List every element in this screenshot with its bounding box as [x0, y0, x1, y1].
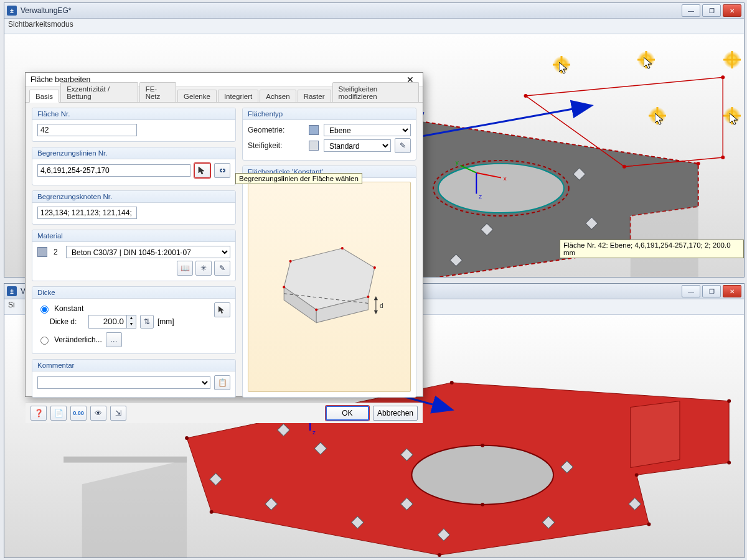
svg-point-49: [438, 553, 441, 557]
thickness-variable-edit-button[interactable]: …: [106, 332, 122, 347]
tab-basis[interactable]: Basis: [29, 90, 59, 103]
minimize-button[interactable]: —: [682, 285, 700, 297]
app-icon: ±: [7, 6, 17, 16]
svg-point-45: [727, 399, 731, 403]
comment-pick-button[interactable]: 📋: [214, 375, 230, 390]
svg-text:z: z: [479, 193, 482, 200]
apply-button[interactable]: ⇲: [110, 406, 126, 421]
restore-button[interactable]: ❐: [702, 4, 721, 17]
thickness-stepper-button[interactable]: ⇅: [140, 315, 154, 329]
notes-button[interactable]: 📄: [50, 406, 67, 421]
boundary-lines-label: Begrenzungslinien Nr.: [32, 147, 235, 159]
boundary-nodes-input[interactable]: [37, 207, 137, 219]
svg-point-44: [450, 381, 454, 385]
svg-point-58: [341, 247, 344, 250]
visibility-mode-label: Sichtbarkeitsmodus: [4, 19, 744, 34]
svg-point-61: [315, 308, 317, 310]
svg-point-62: [283, 286, 285, 288]
surface-number-label: Fläche Nr.: [32, 108, 235, 120]
thickness-constant-radio[interactable]: [40, 306, 49, 314]
pick-arrow-icon: [198, 166, 207, 175]
minimize-button[interactable]: —: [682, 4, 700, 17]
thickness-d-input[interactable]: [89, 315, 126, 327]
thickness-d-spinner[interactable]: ▲▼: [88, 315, 136, 329]
svg-marker-27: [631, 401, 680, 468]
geometry-select[interactable]: Ebene: [324, 124, 411, 136]
thickness-group: Dicke Konstant Dicke d: ▲▼: [32, 286, 236, 354]
thickness-illustration: d: [248, 182, 411, 392]
help-button[interactable]: ❓: [31, 406, 47, 421]
thickness-label: Dicke: [32, 287, 235, 299]
cursor-icon: [644, 57, 655, 71]
pencil-icon: ✎: [219, 264, 225, 273]
surface-number-group: Fläche Nr.: [32, 108, 236, 142]
close-window-button[interactable]: ✕: [723, 4, 741, 17]
material-new-button[interactable]: ✳: [195, 261, 212, 276]
tab-axes[interactable]: Achsen: [260, 90, 296, 102]
restore-button[interactable]: ❐: [702, 285, 721, 297]
ok-button[interactable]: OK: [326, 406, 369, 421]
comment-select[interactable]: [37, 376, 210, 389]
dialog-tabs: Basis Exzentrizität / Bettung FE-Netz Ge…: [26, 87, 423, 103]
boundary-lines-group: Begrenzungslinien Nr.: [32, 147, 236, 185]
stiffness-select[interactable]: Standard: [324, 139, 391, 152]
svg-point-12: [524, 94, 528, 98]
cursor-icon: [559, 62, 570, 76]
material-group: Material 2 Beton C30/37 | DIN 1045-1:200…: [32, 230, 236, 281]
svg-point-15: [622, 165, 626, 169]
cancel-button[interactable]: Abbrechen: [373, 406, 418, 421]
svg-point-59: [374, 266, 376, 269]
boundary-lines-input[interactable]: [37, 164, 190, 177]
pick-lines-tooltip: Begrenzungslinien der Fläche wählen: [235, 173, 362, 184]
geometry-color-swatch: [309, 125, 319, 135]
boundary-nodes-label: Begrenzungsknoten Nr.: [32, 191, 235, 203]
material-library-button[interactable]: 📖: [177, 261, 193, 276]
material-edit-button[interactable]: ✎: [214, 261, 230, 276]
top-window-titlebar: ± VerwaltungEG* — ❐ ✕: [4, 3, 744, 19]
stiffness-edit-button[interactable]: ✎: [395, 138, 411, 153]
eye-icon: 👁: [95, 409, 102, 418]
top-window-controls: — ❐ ✕: [682, 4, 741, 17]
top-window-title: VerwaltungEG*: [21, 6, 678, 15]
tab-hinges[interactable]: Gelenke: [177, 90, 217, 102]
close-window-button[interactable]: ✕: [723, 285, 741, 297]
click-flash-2: [637, 51, 655, 68]
view-button[interactable]: 👁: [90, 406, 106, 421]
svg-text:z: z: [312, 429, 316, 436]
units-button[interactable]: 0.00: [70, 406, 87, 421]
tab-integrated[interactable]: Integriert: [218, 90, 258, 102]
material-select[interactable]: Beton C30/37 | DIN 1045-1:2001-07: [66, 246, 230, 258]
click-flash-1: [553, 56, 570, 73]
svg-text:y: y: [456, 159, 459, 166]
spinner-down-icon: ▼: [127, 322, 136, 328]
surface-number-input[interactable]: [37, 124, 137, 136]
help-icon: ❓: [34, 409, 44, 418]
svg-point-26: [411, 446, 553, 505]
tab-eccentricity[interactable]: Exzentrizität / Bettung: [60, 82, 138, 102]
svg-point-14: [721, 156, 725, 159]
book-icon: 📖: [181, 264, 190, 273]
material-color-swatch: [37, 247, 47, 257]
stiffness-color-swatch: [309, 141, 319, 151]
boundary-lines-options-button[interactable]: [214, 163, 230, 178]
cursor-icon: [655, 113, 666, 127]
click-flash-4: [723, 107, 741, 124]
surface-type-group: Flächentyp Geometrie: Ebene Steifigkeit:: [242, 108, 416, 161]
dialog-footer: ❓ 📄 0.00 👁 ⇲ OK Abbrechen: [26, 403, 423, 423]
svg-point-60: [367, 296, 369, 298]
thickness-variable-radio[interactable]: [40, 337, 49, 345]
stiffness-label: Steifigkeit:: [248, 141, 305, 150]
thickness-pick-button[interactable]: [214, 302, 230, 317]
tab-fe-mesh[interactable]: FE-Netz: [139, 82, 176, 102]
svg-point-17: [697, 162, 700, 166]
pick-boundary-lines-button[interactable]: [194, 163, 210, 178]
tab-stiffness-modify[interactable]: Steifigkeiten modifizieren: [332, 82, 419, 102]
edit-surface-dialog: Fläche bearbeiten ✕ Basis Exzentrizität …: [25, 72, 423, 397]
thickness-d-unit: [mm]: [157, 317, 174, 326]
svg-rect-29: [63, 457, 187, 463]
cursor-icon: [730, 113, 741, 127]
thickness-constant-label: Konstant: [54, 304, 83, 313]
tab-grid[interactable]: Raster: [298, 90, 331, 102]
notes-icon: 📄: [54, 409, 63, 418]
pick-arrow-icon: [218, 306, 227, 314]
